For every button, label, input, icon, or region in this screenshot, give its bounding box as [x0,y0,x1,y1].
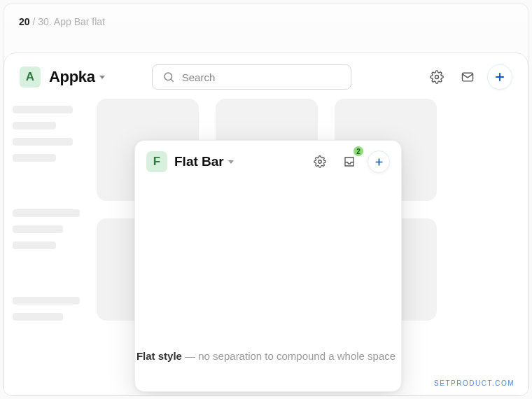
app-bar-main: A Appka [4,57,528,97]
skeleton-line [13,241,56,249]
flat-title-dropdown[interactable]: Flat Bar [174,154,234,169]
flat-logo-letter: F [153,155,160,169]
caption: Flat style — no separation to compound a… [136,350,396,362]
chevron-down-icon [228,160,234,164]
app-logo-letter: A [26,70,34,84]
search-field[interactable] [152,64,351,90]
inbox-button[interactable] [456,66,479,88]
skeleton-line [13,106,73,113]
caption-rest: — no separation to compound a whole spac… [182,350,396,362]
flat-settings-button[interactable] [309,150,331,173]
mail-icon [461,70,475,84]
svg-point-2 [435,76,439,79]
breadcrumb-sep: / [30,16,38,27]
flat-logo[interactable]: F [146,151,167,172]
settings-button[interactable] [426,66,448,88]
svg-point-0 [164,73,172,80]
skeleton-line [13,154,56,162]
skeleton-line [13,122,56,130]
flat-add-button[interactable] [368,150,390,173]
breadcrumb: 20 / 30. App Bar flat [19,16,105,27]
app-title-dropdown[interactable]: Appka [49,68,105,86]
skeleton-line [13,209,80,217]
flat-inbox-button[interactable]: 2 [338,150,360,173]
skeleton-line [13,138,73,146]
add-button[interactable] [487,64,512,90]
breadcrumb-current: 20 [19,16,30,27]
skeleton-line [13,225,63,233]
svg-line-1 [171,79,173,81]
app-bar-flat: F Flat Bar 2 [135,141,401,183]
inbox-badge: 2 [354,146,363,156]
app-title: Appka [49,68,95,86]
plus-icon [493,70,507,84]
gear-icon [314,155,326,168]
svg-point-6 [318,160,322,164]
plus-icon [373,156,385,168]
watermark: SETPRODUCT.COM [434,379,514,387]
skeleton-line [13,313,63,321]
breadcrumb-trail: 30. App Bar flat [38,16,105,27]
caption-strong: Flat style [136,350,182,362]
sidebar-skeleton [13,99,80,321]
chevron-down-icon [99,76,105,79]
flat-title: Flat Bar [174,154,224,169]
gear-icon [430,70,444,84]
skeleton-line [13,297,80,304]
search-input[interactable] [182,71,341,83]
app-logo[interactable]: A [20,66,41,88]
search-icon [162,71,175,83]
inbox-icon [343,155,356,168]
